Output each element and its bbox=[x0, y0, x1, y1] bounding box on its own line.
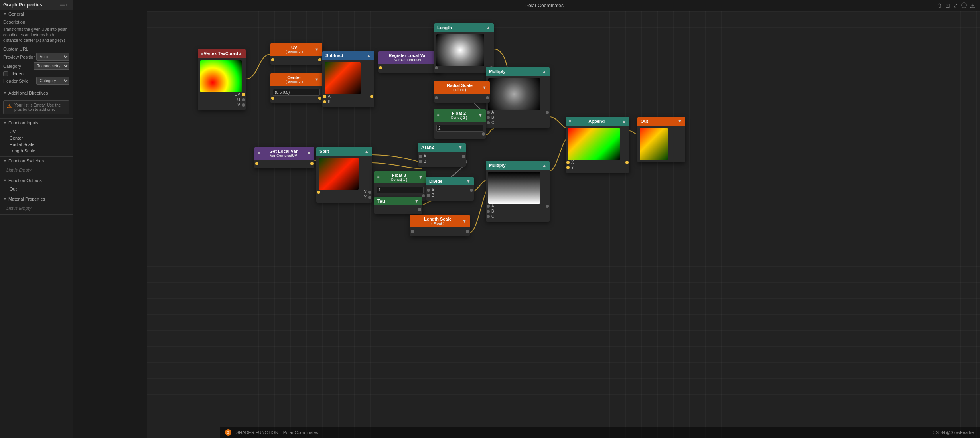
node-tau[interactable]: Tau ▼ bbox=[374, 197, 422, 214]
radial-header: Radial Scale ( Float ) ▼ bbox=[434, 81, 490, 94]
node-uv[interactable]: UV ( Vector2 ) ▼ bbox=[270, 43, 322, 65]
additional-directives-title[interactable]: ▼ Additional Directives bbox=[0, 89, 73, 97]
append-header: ≡ Append ▲ bbox=[566, 117, 629, 126]
radial-collapse: ▼ bbox=[482, 85, 487, 90]
subtract-out bbox=[370, 95, 373, 98]
pin-u-out bbox=[242, 98, 245, 101]
node-multiply2[interactable]: Multiply ▲ A B C bbox=[486, 161, 550, 222]
inputs-label: Function Inputs bbox=[8, 120, 38, 125]
left-panel: Graph Properties — □ ▼ General Descripti… bbox=[0, 0, 73, 438]
description-row: Description bbox=[3, 20, 69, 24]
node-out[interactable]: Out ▼ bbox=[637, 117, 685, 162]
vertex-pin-u: U bbox=[200, 97, 243, 102]
center-subtitle: ( Vector2 ) bbox=[286, 80, 303, 84]
hidden-row: Hidden bbox=[3, 71, 69, 76]
outputs-arrow: ▼ bbox=[3, 178, 7, 182]
length-in bbox=[435, 66, 438, 69]
header-style-label: Header Style bbox=[3, 79, 36, 83]
info-icon-top[interactable]: ⓘ bbox=[961, 2, 967, 9]
category-row: Category Trigonometry Operators bbox=[3, 62, 69, 70]
getlocal-collapse: ▼ bbox=[307, 151, 311, 156]
subtract-pin-b: B bbox=[325, 99, 372, 104]
tau-out bbox=[418, 208, 421, 211]
node-radial-scale[interactable]: Radial Scale ( Float ) ▼ bbox=[434, 81, 490, 103]
m2-out bbox=[546, 205, 549, 208]
main-area: Polar Coordinates ⇧ ⊡ ⤢ ⓘ ⚠ bbox=[73, 0, 980, 438]
hidden-checkbox[interactable] bbox=[3, 71, 8, 76]
divide-collapse: ▼ bbox=[466, 179, 471, 183]
uv-pin-in bbox=[271, 58, 274, 61]
canvas-area[interactable]: ≡ Vertex TexCoord ▲ UV U V bbox=[147, 11, 980, 438]
lengthscale-body bbox=[410, 227, 470, 236]
split-x-out bbox=[368, 191, 371, 194]
function-outputs-title[interactable]: ▼ Function Outputs bbox=[0, 176, 73, 184]
length-title: Length bbox=[437, 25, 452, 30]
maximize-icon[interactable]: □ bbox=[67, 2, 69, 8]
hamburger-icon: ≡ bbox=[201, 51, 203, 56]
tau-body bbox=[374, 205, 422, 214]
tau-title: Tau bbox=[377, 199, 385, 203]
float3-value: 1 bbox=[377, 187, 424, 193]
append-pin-x: X bbox=[568, 160, 627, 164]
out-preview bbox=[640, 128, 668, 160]
resize-icon[interactable]: ⤢ bbox=[953, 2, 958, 9]
shader-function-name: Polar Coordinates bbox=[283, 430, 318, 435]
minimize-icon[interactable]: — bbox=[60, 2, 65, 8]
node-get-local-var[interactable]: ≡ Get Local Var Var CenteredUV ▼ bbox=[254, 147, 314, 168]
split-pin-y: Y bbox=[319, 195, 370, 199]
subtract-header: Subtract ▲ bbox=[322, 51, 374, 60]
atan2-a-in bbox=[419, 155, 422, 158]
input-uv: UV bbox=[3, 128, 69, 135]
subtract-a-in bbox=[323, 95, 326, 98]
float3-collapse: ▼ bbox=[418, 175, 423, 180]
m2-c-in bbox=[487, 215, 490, 218]
info-icon: ⚠ bbox=[7, 103, 12, 109]
multiply1-expand: ▲ bbox=[542, 69, 546, 74]
node-append[interactable]: ≡ Append ▲ X Y bbox=[566, 117, 629, 173]
node-float2[interactable]: ≡ Float 2 Const( 2 ) ▼ 2 bbox=[434, 109, 486, 139]
node-vertex-texcoord[interactable]: ≡ Vertex TexCoord ▲ UV U V bbox=[198, 49, 246, 110]
node-register-local-var[interactable]: Register Local Var Var CenteredUV ▼ bbox=[378, 51, 442, 73]
directives-arrow: ▼ bbox=[3, 91, 7, 95]
header-style-select[interactable]: Category bbox=[36, 77, 69, 85]
split-y-out bbox=[368, 196, 371, 199]
node-length[interactable]: Length ▲ bbox=[434, 23, 494, 73]
category-select[interactable]: Trigonometry Operators bbox=[34, 62, 69, 70]
getlocal-out bbox=[310, 162, 314, 165]
uv-title: UV bbox=[291, 45, 297, 50]
atan2-pin-a: A bbox=[420, 154, 463, 158]
append-preview bbox=[568, 128, 620, 160]
node-float3[interactable]: ≡ Float 3 Const( 1 ) ▼ 1 bbox=[374, 171, 426, 201]
float3-subtitle: Const( 1 ) bbox=[391, 178, 408, 182]
material-properties-title[interactable]: ▼ Material Properties bbox=[0, 195, 73, 203]
node-atan2[interactable]: ATan2 ▼ A B bbox=[418, 143, 466, 167]
multiply2-expand: ▲ bbox=[542, 163, 546, 168]
node-divide[interactable]: Divide ▼ A B bbox=[426, 177, 474, 201]
append-pin-y: Y bbox=[568, 165, 627, 170]
node-split[interactable]: Split ▲ X Y bbox=[316, 147, 372, 203]
node-center[interactable]: Center ( Vector2 ) ▼ (0.5,0.5) bbox=[270, 73, 322, 103]
radial-out bbox=[486, 96, 489, 99]
function-switches-title[interactable]: ▼ Function Switches bbox=[0, 157, 73, 165]
general-section-title[interactable]: ▼ General bbox=[0, 10, 73, 18]
node-multiply1[interactable]: Multiply ▲ A B C bbox=[486, 67, 550, 128]
multiply2-body: A B C bbox=[486, 170, 550, 222]
preview-position-select[interactable]: Auto bbox=[36, 53, 69, 61]
input-radial-scale: Radial Scale bbox=[3, 141, 69, 148]
atan2-collapse: ▼ bbox=[458, 145, 463, 150]
split-in bbox=[317, 191, 320, 194]
function-inputs-title[interactable]: ▼ Function Inputs bbox=[0, 119, 73, 127]
append-title: Append bbox=[588, 119, 605, 124]
m1-out bbox=[546, 111, 549, 114]
camera-icon[interactable]: ⊡ bbox=[945, 2, 950, 9]
radial-body bbox=[434, 94, 490, 103]
register-pin bbox=[381, 66, 440, 69]
node-length-scale[interactable]: Length Scale ( Float ) ▼ bbox=[410, 215, 470, 236]
warning-icon-top[interactable]: ⚠ bbox=[970, 2, 975, 9]
node-subtract[interactable]: Subtract ▲ A B bbox=[322, 51, 374, 107]
preview-position-row: Preview Position Auto bbox=[3, 53, 69, 61]
multiply1-preview bbox=[488, 78, 540, 110]
m2-b-in bbox=[487, 210, 490, 213]
share-icon[interactable]: ⇧ bbox=[937, 2, 942, 9]
shader-function-label: SHADER FUNCTION bbox=[236, 430, 278, 435]
